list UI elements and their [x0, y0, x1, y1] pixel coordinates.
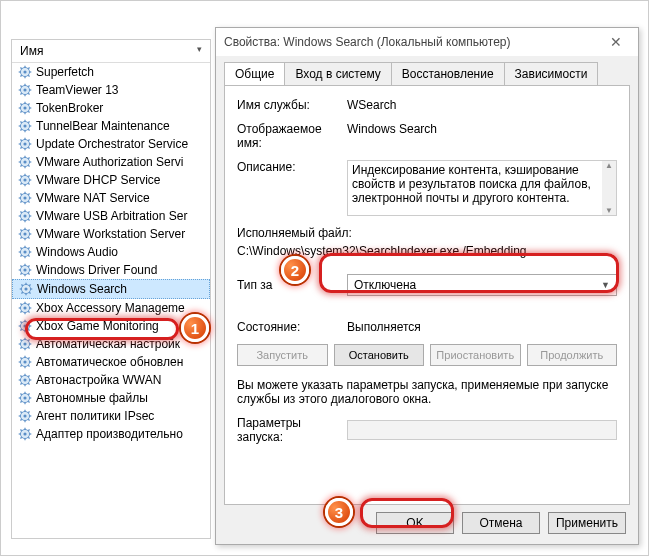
svg-line-19: [28, 85, 29, 86]
stop-button[interactable]: Остановить: [334, 344, 425, 366]
service-label: VMware DHCP Service: [36, 173, 160, 187]
description-text: Индексирование контента, кэширование сво…: [352, 163, 591, 205]
svg-line-89: [28, 211, 29, 212]
gear-icon: [18, 263, 32, 277]
gear-icon: [18, 119, 32, 133]
svg-line-176: [20, 375, 21, 376]
svg-line-159: [28, 339, 29, 340]
marker-2: 2: [281, 256, 309, 284]
svg-line-187: [28, 401, 29, 402]
startup-type-dropdown[interactable]: Отключена ▼: [347, 274, 617, 296]
service-item[interactable]: Автоматическое обновлен: [12, 353, 210, 371]
service-item[interactable]: Superfetch: [12, 63, 210, 81]
service-item[interactable]: Автонастройка WWAN: [12, 371, 210, 389]
svg-point-201: [23, 432, 26, 435]
apply-button[interactable]: Применить: [548, 512, 626, 534]
svg-line-169: [28, 357, 29, 358]
svg-line-17: [28, 93, 29, 94]
service-item[interactable]: TeamViewer 13: [12, 81, 210, 99]
ok-button[interactable]: OK: [376, 512, 454, 534]
svg-line-138: [20, 311, 21, 312]
service-item[interactable]: Адаптер производительно: [12, 425, 210, 443]
svg-line-88: [20, 219, 21, 220]
svg-line-208: [20, 437, 21, 438]
svg-line-149: [28, 321, 29, 322]
svg-line-78: [20, 201, 21, 202]
service-item[interactable]: Автономные файлы: [12, 389, 210, 407]
service-item[interactable]: VMware NAT Service: [12, 189, 210, 207]
tab-page-general: Имя службы: WSearch Отображаемое имя: Wi…: [224, 85, 630, 505]
service-label: Windows Search: [37, 282, 127, 296]
svg-line-177: [28, 383, 29, 384]
svg-point-41: [23, 142, 26, 145]
service-item[interactable]: Xbox Accessory Manageme: [12, 299, 210, 317]
tab[interactable]: Вход в систему: [284, 62, 391, 85]
service-label: Xbox Game Monitoring: [36, 319, 159, 333]
svg-line-126: [21, 284, 22, 285]
svg-line-147: [28, 329, 29, 330]
column-header-name[interactable]: Имя ▾: [12, 40, 210, 63]
svg-line-28: [20, 111, 21, 112]
gear-icon: [18, 355, 32, 369]
svg-line-206: [20, 429, 21, 430]
svg-line-29: [28, 103, 29, 104]
svg-line-47: [28, 147, 29, 148]
svg-line-108: [20, 255, 21, 256]
svg-point-161: [23, 360, 26, 363]
svg-line-158: [20, 347, 21, 348]
svg-line-109: [28, 247, 29, 248]
scrollbar[interactable]: ▲▼: [602, 161, 616, 215]
label-service-name: Имя службы:: [237, 98, 347, 112]
tab[interactable]: Общие: [224, 62, 285, 85]
pause-button: Приостановить: [430, 344, 521, 366]
service-item[interactable]: Windows Audio: [12, 243, 210, 261]
tab[interactable]: Зависимости: [504, 62, 599, 85]
svg-point-151: [23, 342, 26, 345]
gear-icon: [18, 173, 32, 187]
gear-icon: [18, 155, 32, 169]
svg-point-31: [23, 124, 26, 127]
label-state: Состояние:: [237, 320, 347, 334]
svg-line-96: [20, 229, 21, 230]
start-button: Запустить: [237, 344, 328, 366]
svg-line-157: [28, 347, 29, 348]
start-params-input: [347, 420, 617, 440]
cancel-button[interactable]: Отмена: [462, 512, 540, 534]
svg-line-179: [28, 375, 29, 376]
svg-line-57: [28, 165, 29, 166]
titlebar: Свойства: Windows Search (Локальный комп…: [216, 28, 638, 56]
svg-line-79: [28, 193, 29, 194]
close-icon[interactable]: ✕: [602, 34, 630, 50]
gear-icon: [18, 337, 32, 351]
svg-line-129: [29, 284, 30, 285]
service-item[interactable]: VMware Workstation Server: [12, 225, 210, 243]
svg-line-58: [20, 165, 21, 166]
svg-point-11: [23, 88, 26, 91]
service-item[interactable]: Update Orchestrator Service: [12, 135, 210, 153]
gear-icon: [18, 65, 32, 79]
service-item[interactable]: TokenBroker: [12, 99, 210, 117]
svg-line-199: [28, 411, 29, 412]
svg-point-181: [23, 396, 26, 399]
svg-line-178: [20, 383, 21, 384]
service-item[interactable]: VMware USB Arbitration Ser: [12, 207, 210, 225]
service-item[interactable]: Агент политики IPsec: [12, 407, 210, 425]
svg-point-131: [23, 306, 26, 309]
service-item[interactable]: VMware DHCP Service: [12, 171, 210, 189]
svg-line-116: [20, 265, 21, 266]
service-item[interactable]: Windows Driver Found: [12, 261, 210, 279]
tab[interactable]: Восстановление: [391, 62, 505, 85]
service-label: Автоматическое обновлен: [36, 355, 183, 369]
value-service-name: WSearch: [347, 98, 617, 112]
service-item[interactable]: Windows Search: [12, 279, 210, 299]
service-label: Superfetch: [36, 65, 94, 79]
resume-button: Продолжить: [527, 344, 618, 366]
svg-line-119: [28, 265, 29, 266]
svg-line-148: [20, 329, 21, 330]
svg-line-16: [20, 85, 21, 86]
service-item[interactable]: VMware Authorization Servi: [12, 153, 210, 171]
svg-point-51: [23, 160, 26, 163]
service-item[interactable]: Автоматическая настройк: [12, 335, 210, 353]
gear-icon: [18, 391, 32, 405]
service-item[interactable]: TunnelBear Maintenance: [12, 117, 210, 135]
